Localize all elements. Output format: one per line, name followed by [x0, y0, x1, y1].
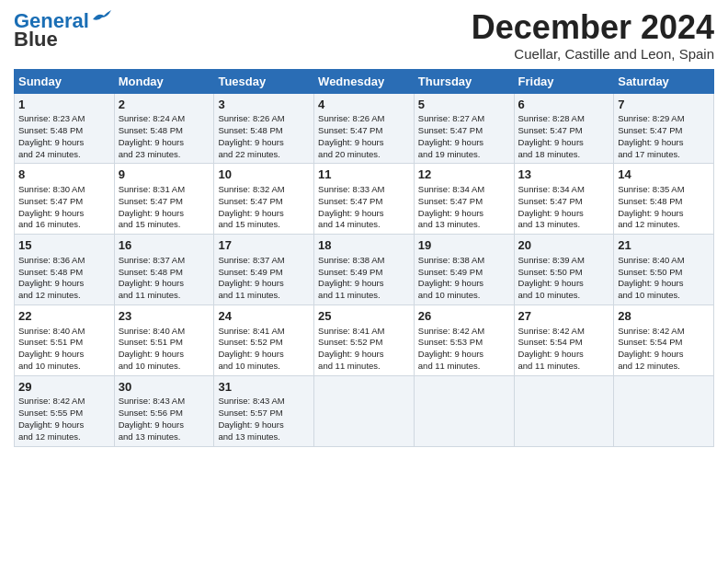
day-info: Sunrise: 8:38 AM: [418, 255, 510, 267]
day-number: 26: [418, 308, 510, 325]
day-number: 30: [119, 379, 210, 396]
table-row: 10Sunrise: 8:32 AMSunset: 5:47 PMDayligh…: [214, 164, 314, 235]
day-number: 6: [518, 97, 610, 113]
day-info: Sunset: 5:57 PM: [218, 408, 310, 419]
table-row: 31Sunrise: 8:43 AMSunset: 5:57 PMDayligh…: [214, 375, 314, 446]
day-number: 29: [18, 379, 110, 396]
day-number: 18: [318, 237, 410, 254]
day-info: and 15 minutes.: [218, 219, 310, 231]
day-info: Daylight: 9 hours: [618, 208, 710, 220]
day-info: Sunset: 5:48 PM: [18, 267, 110, 279]
day-info: Daylight: 9 hours: [418, 137, 510, 149]
day-info: Daylight: 9 hours: [418, 208, 510, 220]
day-info: Daylight: 9 hours: [119, 419, 210, 431]
day-number: 16: [119, 237, 210, 254]
day-number: 8: [18, 167, 110, 183]
day-info: Sunset: 5:47 PM: [418, 196, 510, 208]
day-info: Sunset: 5:47 PM: [518, 125, 610, 137]
table-row: 17Sunrise: 8:37 AMSunset: 5:49 PMDayligh…: [214, 235, 314, 305]
col-saturday: Saturday: [614, 69, 714, 93]
day-info: Sunrise: 8:23 AM: [18, 113, 110, 125]
day-info: Daylight: 9 hours: [318, 208, 410, 220]
day-info: and 11 minutes.: [318, 290, 410, 302]
day-info: and 11 minutes.: [218, 290, 310, 302]
day-info: Daylight: 9 hours: [618, 349, 710, 361]
table-row: 9Sunrise: 8:31 AMSunset: 5:47 PMDaylight…: [114, 164, 214, 235]
day-info: and 14 minutes.: [318, 219, 410, 231]
day-info: Sunrise: 8:28 AM: [518, 113, 610, 125]
day-info: Sunrise: 8:41 AM: [218, 326, 310, 338]
table-row: 27Sunrise: 8:42 AMSunset: 5:54 PMDayligh…: [514, 304, 614, 375]
calendar-week-row: 22Sunrise: 8:40 AMSunset: 5:51 PMDayligh…: [15, 304, 714, 375]
day-info: Daylight: 9 hours: [618, 278, 710, 290]
day-info: Daylight: 9 hours: [218, 278, 310, 290]
day-info: Sunset: 5:49 PM: [418, 267, 510, 279]
day-info: Sunset: 5:47 PM: [119, 196, 210, 208]
day-number: 17: [218, 237, 310, 254]
day-info: Sunset: 5:51 PM: [119, 337, 210, 349]
table-row: 30Sunrise: 8:43 AMSunset: 5:56 PMDayligh…: [114, 375, 214, 446]
day-info: and 10 minutes.: [119, 361, 210, 373]
col-monday: Monday: [114, 69, 214, 93]
day-info: Sunrise: 8:24 AM: [119, 113, 210, 125]
col-tuesday: Tuesday: [214, 69, 314, 93]
day-info: and 15 minutes.: [119, 219, 210, 231]
day-info: Daylight: 9 hours: [418, 349, 510, 361]
table-row: 22Sunrise: 8:40 AMSunset: 5:51 PMDayligh…: [15, 304, 115, 375]
day-info: Sunset: 5:47 PM: [218, 196, 310, 208]
day-info: Sunset: 5:49 PM: [318, 267, 410, 279]
day-info: and 11 minutes.: [318, 361, 410, 373]
day-number: 20: [518, 237, 610, 254]
table-row: 28Sunrise: 8:42 AMSunset: 5:54 PMDayligh…: [614, 304, 714, 375]
calendar-week-row: 29Sunrise: 8:42 AMSunset: 5:55 PMDayligh…: [15, 375, 714, 446]
day-info: and 16 minutes.: [18, 219, 110, 231]
day-info: and 23 minutes.: [119, 149, 210, 161]
day-number: 1: [18, 97, 110, 113]
table-row: [414, 375, 514, 446]
day-info: Sunrise: 8:42 AM: [418, 326, 510, 338]
table-row: 13Sunrise: 8:34 AMSunset: 5:47 PMDayligh…: [514, 164, 614, 235]
day-number: 31: [218, 379, 310, 396]
day-info: Sunset: 5:54 PM: [618, 337, 710, 349]
day-info: Daylight: 9 hours: [119, 208, 210, 220]
day-info: Sunset: 5:56 PM: [119, 408, 210, 419]
day-info: and 13 minutes.: [518, 219, 610, 231]
day-info: Sunrise: 8:42 AM: [618, 326, 710, 338]
day-info: Sunrise: 8:43 AM: [218, 396, 310, 408]
day-info: Sunrise: 8:38 AM: [318, 255, 410, 267]
day-info: Sunrise: 8:37 AM: [119, 255, 210, 267]
day-info: Sunrise: 8:41 AM: [318, 326, 410, 338]
day-number: 22: [18, 308, 110, 325]
day-number: 4: [318, 97, 410, 113]
day-info: and 12 minutes.: [618, 361, 710, 373]
day-info: and 22 minutes.: [218, 149, 310, 161]
table-row: 14Sunrise: 8:35 AMSunset: 5:48 PMDayligh…: [614, 164, 714, 235]
day-info: and 13 minutes.: [418, 219, 510, 231]
day-info: Sunset: 5:47 PM: [518, 196, 610, 208]
day-info: and 13 minutes.: [119, 431, 210, 443]
table-row: 5Sunrise: 8:27 AMSunset: 5:47 PMDaylight…: [414, 93, 514, 164]
day-info: Sunrise: 8:26 AM: [218, 113, 310, 125]
day-number: 23: [119, 308, 210, 325]
day-info: Sunset: 5:47 PM: [318, 125, 410, 137]
day-info: Sunset: 5:48 PM: [119, 125, 210, 137]
page-container: General Blue December 2024 Cuellar, Cast…: [0, 0, 728, 452]
table-row: [514, 375, 614, 446]
day-number: 3: [218, 97, 310, 113]
day-info: Sunset: 5:49 PM: [218, 267, 310, 279]
day-info: Sunrise: 8:39 AM: [518, 255, 610, 267]
day-info: Sunrise: 8:40 AM: [18, 326, 110, 338]
day-info: and 20 minutes.: [318, 149, 410, 161]
table-row: 3Sunrise: 8:26 AMSunset: 5:48 PMDaylight…: [214, 93, 314, 164]
day-info: Sunrise: 8:29 AM: [618, 113, 710, 125]
day-info: Daylight: 9 hours: [18, 208, 110, 220]
month-title: December 2024: [472, 9, 714, 46]
table-row: 2Sunrise: 8:24 AMSunset: 5:48 PMDaylight…: [114, 93, 214, 164]
day-info: Sunrise: 8:27 AM: [418, 113, 510, 125]
table-row: 6Sunrise: 8:28 AMSunset: 5:47 PMDaylight…: [514, 93, 614, 164]
title-block: December 2024 Cuellar, Castille and Leon…: [472, 9, 714, 62]
day-info: Daylight: 9 hours: [218, 419, 310, 431]
day-number: 13: [518, 167, 610, 183]
day-info: Daylight: 9 hours: [218, 208, 310, 220]
table-row: 11Sunrise: 8:33 AMSunset: 5:47 PMDayligh…: [314, 164, 415, 235]
